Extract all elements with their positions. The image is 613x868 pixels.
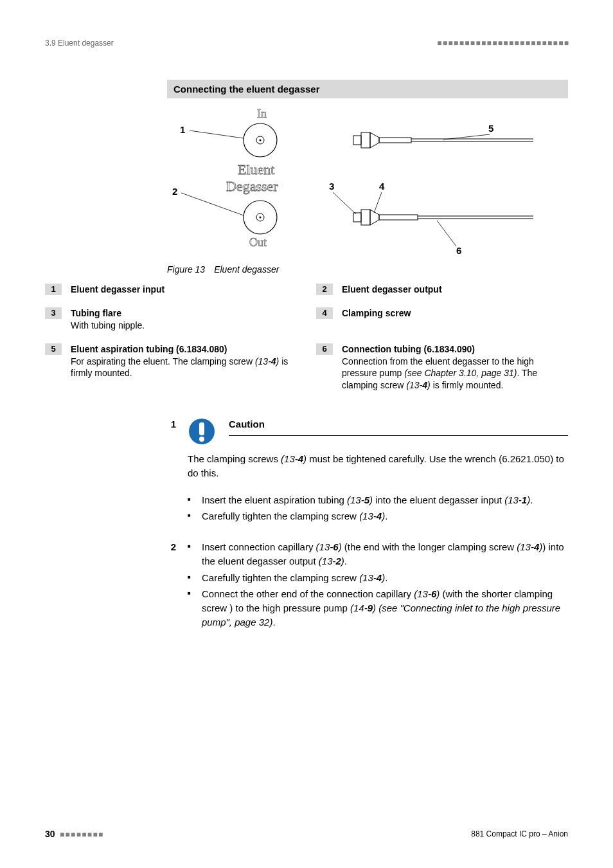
legend-item-5: 5 Eluent aspiration tubing (6.1834.080) … <box>45 343 297 392</box>
caution-text: The clamping screws (13-4) must be tight… <box>188 452 568 480</box>
svg-text:2: 2 <box>172 186 177 197</box>
section-heading: Connecting the eluent degasser <box>167 80 568 98</box>
step-1: 1 Caution The clamping screws (13-4) mus… <box>167 417 568 526</box>
legend-desc: Connection from the eluent degasser to t… <box>342 356 568 392</box>
svg-rect-10 <box>353 136 361 145</box>
step-bullet: Carefully tighten the clamping screw (13… <box>188 509 568 523</box>
svg-text:6: 6 <box>456 245 461 256</box>
svg-rect-15 <box>353 213 361 222</box>
svg-text:3: 3 <box>329 181 334 192</box>
footer-doc-title: 881 Compact IC pro – Anion <box>471 829 568 838</box>
header-decor: ■ ■ ■ ■ ■ ■ ■ ■ ■ ■ ■ ■ ■ ■ ■ ■ ■ ■ ■ ■ … <box>437 39 568 48</box>
step-number: 1 <box>167 417 176 526</box>
svg-line-31 <box>437 221 456 246</box>
header-section: 3.9 Eluent degasser <box>45 39 114 48</box>
svg-point-9 <box>260 217 262 219</box>
caution-heading: Caution <box>229 417 568 436</box>
svg-text:Degasser: Degasser <box>226 178 278 194</box>
svg-point-34 <box>199 437 204 442</box>
page-number: 30 <box>45 829 55 839</box>
svg-text:In: In <box>257 107 267 120</box>
svg-text:4: 4 <box>379 181 385 192</box>
step-bullet: Insert the eluent aspiration tubing (13-… <box>188 493 568 507</box>
svg-line-27 <box>374 192 382 213</box>
legend-num: 4 <box>316 307 333 319</box>
svg-text:Eluent: Eluent <box>238 161 274 177</box>
legend-desc: With tubing nipple. <box>71 320 145 332</box>
legend-num: 5 <box>45 343 62 355</box>
svg-line-25 <box>333 192 356 214</box>
svg-text:5: 5 <box>488 123 493 134</box>
figure-caption: Figure 13 Eluent degasser <box>167 264 568 275</box>
legend-title: Tubing flare <box>71 307 145 320</box>
legend-item-4: 4 Clamping screw <box>316 307 568 332</box>
svg-line-21 <box>190 131 244 138</box>
step-number: 2 <box>167 540 176 632</box>
legend-grid: 1 Eluent degasser input 2 Eluent degasse… <box>45 284 568 392</box>
caution-icon <box>188 417 216 446</box>
svg-rect-33 <box>199 422 204 435</box>
legend-title: Eluent aspiration tubing (6.1834.080) <box>71 343 297 356</box>
svg-rect-16 <box>361 210 370 225</box>
footer-decor: ■ ■ ■ ■ ■ ■ ■ ■ <box>60 830 102 839</box>
legend-title: Clamping screw <box>342 308 411 318</box>
legend-num: 3 <box>45 307 62 319</box>
legend-item-1: 1 Eluent degasser input <box>45 284 297 296</box>
legend-title: Connection tubing (6.1834.090) <box>342 343 568 356</box>
legend-item-6: 6 Connection tubing (6.1834.090) Connect… <box>316 343 568 392</box>
legend-num: 6 <box>316 343 333 355</box>
legend-title: Eluent degasser output <box>342 284 442 294</box>
svg-text:Out: Out <box>249 236 267 249</box>
svg-rect-11 <box>361 132 370 148</box>
legend-num: 2 <box>316 284 333 295</box>
svg-point-6 <box>260 140 262 141</box>
legend-desc: For aspirating the eluent. The clamping … <box>71 356 297 380</box>
figure-diagram: In Eluent Degasser Out <box>167 105 533 259</box>
step-bullet: Carefully tighten the clamping screw (13… <box>188 571 568 585</box>
step-bullet: Connect the other end of the connection … <box>188 587 568 629</box>
svg-rect-12 <box>379 138 411 143</box>
svg-line-23 <box>181 193 244 215</box>
legend-item-3: 3 Tubing flare With tubing nipple. <box>45 307 297 332</box>
step-2: 2 Insert connection capillary (13-6) (th… <box>167 540 568 632</box>
legend-item-2: 2 Eluent degasser output <box>316 284 568 296</box>
legend-num: 1 <box>45 284 62 295</box>
svg-rect-17 <box>379 215 418 220</box>
step-bullet: Insert connection capillary (13-6) (the … <box>188 540 568 568</box>
legend-title: Eluent degasser input <box>71 284 164 294</box>
svg-text:1: 1 <box>180 124 185 135</box>
